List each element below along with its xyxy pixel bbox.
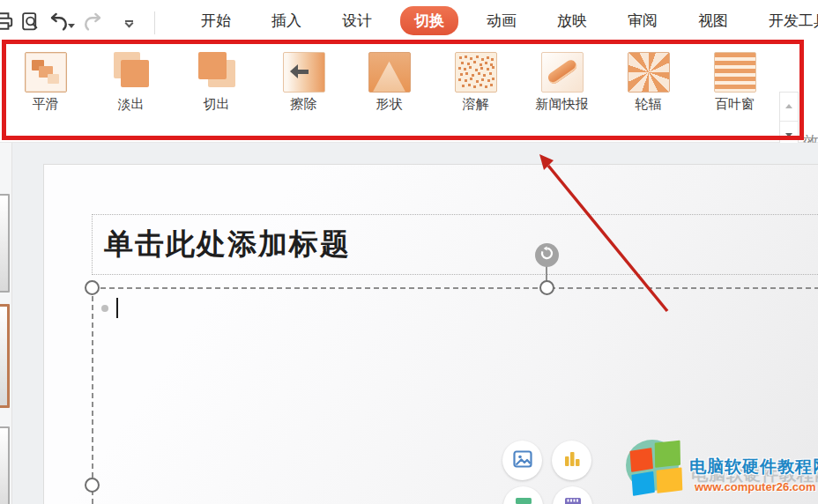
tab-review[interactable]: 审阅 (615, 6, 670, 35)
transition-label: 擦除 (261, 96, 346, 113)
title-placeholder-text: 单击此处添加标题 (93, 225, 351, 264)
tab-insert[interactable]: 插入 (259, 6, 314, 35)
insert-chart-icon (561, 448, 583, 473)
shape-transition-icon (368, 52, 411, 93)
transition-item-wheel[interactable]: 轮辐 (606, 47, 691, 138)
customize-toolbar-icon (125, 20, 133, 26)
insert-table-icon (513, 494, 534, 504)
print-preview-button[interactable] (17, 10, 43, 36)
slide-thumbnail-2-selected[interactable] (0, 304, 10, 408)
transition-label: 形状 (346, 96, 432, 113)
tab-view[interactable]: 视图 (686, 6, 740, 35)
print-button[interactable] (0, 10, 17, 36)
toolbar-separator (154, 11, 155, 34)
cut-transition-icon (196, 52, 238, 93)
wipe-transition-icon (283, 52, 325, 93)
resize-handle-top-center[interactable] (539, 280, 554, 295)
scroll-up-icon (785, 104, 792, 108)
tab-home[interactable]: 开始 (189, 6, 243, 35)
slide-thumbnail-panel (0, 143, 12, 504)
transition-item-newsflash[interactable]: 新闻快报 (519, 47, 605, 138)
insert-picture-button[interactable] (502, 441, 542, 480)
print-icon (0, 10, 15, 36)
tab-design[interactable]: 设计 (330, 6, 384, 35)
content-placeholder-top-border (92, 287, 818, 289)
resize-handle-top-left[interactable] (85, 280, 100, 295)
title-placeholder[interactable]: 单击此处添加标题 (92, 214, 818, 275)
content-placeholder-left-border (92, 287, 93, 504)
transition-item-cut[interactable]: 切出 (174, 47, 259, 138)
redo-button[interactable] (80, 10, 107, 36)
rotate-handle[interactable] (535, 243, 559, 267)
blinds-transition-icon (714, 52, 756, 93)
transition-item-wipe[interactable]: 擦除 (261, 47, 346, 138)
slide-thumbnail-3[interactable] (0, 426, 10, 504)
wheel-transition-icon (628, 52, 670, 93)
insert-picture-icon (512, 448, 533, 473)
editing-canvas: 单击此处添加标题 (0, 143, 818, 504)
windows-logo-icon (629, 439, 688, 499)
menu-bar: 开始 插入 设计 切换 动画 放映 审阅 视图 开发工具 会 (0, 0, 818, 41)
fade-transition-icon (110, 52, 152, 93)
insert-chart-button[interactable] (552, 441, 591, 480)
undo-dropdown-icon[interactable] (68, 24, 75, 28)
tab-developer[interactable]: 开发工具 (756, 6, 818, 35)
text-cursor (116, 298, 118, 318)
gallery-scroll-up-button[interactable] (780, 93, 798, 122)
redo-icon (82, 10, 106, 37)
resize-handle-left-middle[interactable] (85, 478, 100, 493)
rotate-icon (539, 246, 554, 264)
site-watermark: 电脑软硬件教程网 电脑软硬件教程网 www.computer26.com (617, 436, 818, 504)
watermark-site-name: 电脑软硬件教程网 (689, 456, 818, 478)
tab-slideshow[interactable]: 放映 (545, 6, 599, 35)
smooth-transition-icon (25, 52, 67, 93)
insert-media-icon (562, 494, 584, 504)
watermark-url: www.computer26.com (695, 480, 816, 493)
transition-item-dissolve[interactable]: 溶解 (433, 47, 518, 138)
transition-item-shape[interactable]: 形状 (346, 47, 432, 138)
transition-label: 平滑 (3, 96, 88, 113)
transition-label: 轮辐 (606, 96, 691, 113)
presentation-app-window: 开始 插入 设计 切换 动画 放映 审阅 视图 开发工具 会 平滑 淡出 (0, 0, 818, 504)
transition-label: 切出 (174, 96, 259, 113)
undo-button[interactable] (47, 10, 73, 36)
transition-item-fade[interactable]: 淡出 (88, 47, 174, 138)
transition-label: 淡出 (88, 96, 174, 113)
scroll-down-icon (785, 133, 792, 137)
transition-label: 新闻快报 (519, 96, 605, 113)
print-preview-icon (19, 11, 41, 36)
dissolve-transition-icon (455, 52, 497, 93)
transition-gallery: 平滑 淡出 切出 擦除 形状 (0, 41, 818, 143)
undo-icon (46, 10, 70, 37)
bullet-point (101, 305, 108, 312)
transition-label: 百叶窗 (692, 96, 777, 113)
transition-item-blinds[interactable]: 百叶窗 (692, 47, 777, 138)
slide-thumbnail-1[interactable] (0, 194, 10, 293)
newsflash-transition-icon (541, 52, 584, 93)
quick-access-toolbar (0, 7, 155, 39)
transition-label: 溶解 (433, 96, 518, 113)
transition-item-smooth[interactable]: 平滑 (3, 47, 88, 138)
tab-animations[interactable]: 动画 (474, 6, 529, 35)
customize-toolbar-button[interactable] (115, 10, 142, 36)
tab-transitions[interactable]: 切换 (400, 6, 458, 35)
ribbon-tab-bar: 开始 插入 设计 切换 动画 放映 审阅 视图 开发工具 会 (181, 0, 818, 41)
